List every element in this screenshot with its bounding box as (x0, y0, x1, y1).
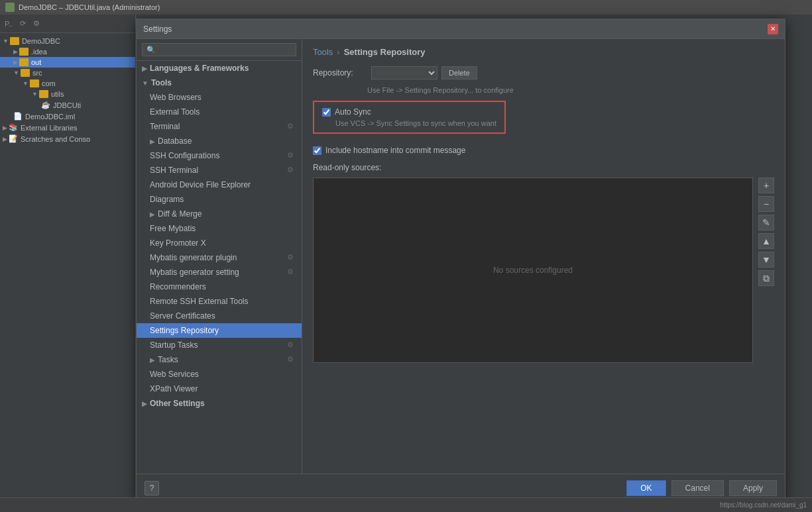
tree-item-recommenders[interactable]: Recommenders (137, 280, 302, 294)
database-expand-arrow: ▶ (150, 138, 155, 145)
settings-content-panel: Tools › Settings Repository Repository: … (302, 39, 785, 474)
breadcrumb-parent: Tools (313, 47, 333, 57)
tree-item-tasks[interactable]: ▶ Tasks ⚙ (137, 352, 302, 367)
expand-arrow-languages: ▶ (142, 65, 147, 72)
section-languages-frameworks[interactable]: ▶ Languages & Frameworks (137, 61, 302, 76)
diff-merge-arrow: ▶ (150, 211, 155, 218)
startup-tasks-icon: ⚙ (287, 340, 296, 350)
tree-item-startup-tasks[interactable]: Startup Tasks ⚙ (137, 338, 302, 352)
pt-idea[interactable]: ▶ .idea (0, 46, 135, 57)
dialog-titlebar: Settings ✕ (137, 19, 785, 39)
include-hostname-row: Include hostname into commit message (313, 146, 774, 155)
mybatis-plugin-icon: ⚙ (287, 253, 296, 262)
repository-row: Repository: Delete (313, 66, 774, 79)
tree-item-ssh-terminal[interactable]: SSH Terminal ⚙ (137, 163, 302, 178)
auto-sync-checkbox[interactable] (322, 108, 331, 117)
breadcrumb-separator: › (337, 47, 339, 57)
include-hostname-checkbox[interactable] (313, 146, 321, 155)
pt-external-libs[interactable]: ▶ 📚 External Libraries (0, 122, 135, 133)
sources-actions: + − ✎ ▲ ▼ ⧉ (758, 178, 774, 363)
ide-left-panel: P.. ⟳ ⚙ ▼ DemoJDBC ▶ .idea ▶ out ▼ src ▼… (0, 15, 136, 512)
repository-label: Repository: (313, 68, 366, 77)
tree-item-web-browsers[interactable]: Web Browsers (137, 90, 302, 105)
pt-com[interactable]: ▼ com (0, 78, 135, 89)
ide-toolbar: P.. ⟳ ⚙ (0, 15, 135, 33)
ok-button[interactable]: OK (626, 480, 666, 496)
help-button[interactable]: ? (145, 481, 159, 495)
readonly-sources-label: Read-only sources: (313, 163, 774, 172)
tree-item-android-device[interactable]: Android Device File Explorer (137, 178, 302, 192)
move-down-button[interactable]: ▼ (758, 252, 774, 268)
pt-src[interactable]: ▼ src (0, 68, 135, 78)
cancel-button[interactable]: Cancel (671, 480, 724, 496)
breadcrumb-current: Settings Repository (344, 47, 426, 57)
breadcrumb: Tools › Settings Repository (313, 47, 774, 57)
tasks-arrow: ▶ (150, 356, 155, 364)
tree-item-diff-merge[interactable]: ▶ Diff & Merge (137, 207, 302, 221)
toolbar-btn-2[interactable]: ⟳ (17, 18, 29, 30)
tree-item-xpath-viewer[interactable]: XPath Viewer (137, 382, 302, 396)
ide-titlebar: DemoJDBC – JDBCUtil.java (Administrator) (0, 0, 812, 15)
settings-tree-panel: ▶ Languages & Frameworks ▼ Tools Web Bro… (137, 39, 302, 474)
apply-button[interactable]: Apply (729, 480, 777, 496)
auto-sync-label: Auto Sync (335, 107, 371, 117)
tree-item-mybatis-plugin[interactable]: Mybatis generator plugin ⚙ (137, 250, 302, 265)
tree-item-database[interactable]: ▶ Database (137, 134, 302, 148)
move-up-button[interactable]: ▲ (758, 233, 774, 249)
no-sources-text: No sources configured (493, 266, 573, 275)
tree-search-input[interactable] (142, 43, 296, 56)
pt-iml[interactable]: 📄 DemoJDBC.iml (0, 111, 135, 122)
include-hostname-label: Include hostname into commit message (325, 146, 465, 155)
tree-item-external-tools[interactable]: External Tools (137, 105, 302, 119)
mybatis-setting-icon: ⚙ (287, 268, 296, 277)
configure-hint: Use File -> Settings Repository... to co… (367, 86, 774, 94)
project-tree: ▼ DemoJDBC ▶ .idea ▶ out ▼ src ▼ com ▼ u… (0, 33, 135, 147)
pt-out[interactable]: ▶ out (0, 57, 135, 68)
pt-scratches[interactable]: ▶ 📝 Scratches and Conso (0, 133, 135, 144)
auto-sync-row: Auto Sync (322, 107, 496, 117)
settings-dialog: Settings ✕ ▶ Languages & Frameworks ▼ To… (136, 19, 785, 502)
toolbar-btn-3[interactable]: ⚙ (30, 18, 42, 30)
tree-item-ssh-configurations[interactable]: SSH Configurations ⚙ (137, 148, 302, 163)
ssh-config-icon: ⚙ (287, 151, 296, 160)
section-other-settings[interactable]: ▶ Other Settings (137, 396, 302, 411)
pt-jdbc-util[interactable]: ☕ JDBCUti (0, 99, 135, 111)
sources-list: No sources configured (313, 178, 753, 363)
delete-button[interactable]: Delete (441, 66, 477, 79)
auto-sync-section: Auto Sync Use VCS -> Sync Settings to sy… (313, 101, 506, 134)
statusbar-url: https://blog.csdn.net/dami_g1 (720, 501, 807, 509)
section-tools[interactable]: ▼ Tools (137, 76, 302, 90)
tree-item-key-promoter[interactable]: Key Promoter X (137, 236, 302, 250)
tree-item-terminal[interactable]: Terminal ⚙ (137, 119, 302, 134)
ide-icon (5, 3, 15, 12)
tree-item-free-mybatis[interactable]: Free Mybatis (137, 221, 302, 236)
tree-item-web-services[interactable]: Web Services (137, 367, 302, 382)
dialog-title: Settings (143, 25, 172, 34)
tree-item-mybatis-setting[interactable]: Mybatis generator setting ⚙ (137, 265, 302, 280)
expand-arrow-other: ▶ (142, 400, 147, 407)
ide-title: DemoJDBC – JDBCUtil.java (Administrator) (19, 3, 160, 11)
tree-search-area (137, 39, 302, 61)
pt-root[interactable]: ▼ DemoJDBC (0, 36, 135, 46)
tree-item-remote-ssh[interactable]: Remote SSH External Tools (137, 294, 302, 309)
auto-sync-hint: Use VCS -> Sync Settings to sync when yo… (335, 119, 496, 127)
terminal-config-icon: ⚙ (287, 122, 296, 131)
tree-item-settings-repository[interactable]: Settings Repository (137, 323, 302, 338)
edit-source-button[interactable]: ✎ (758, 215, 774, 230)
toolbar-btn-1[interactable]: P.. (3, 18, 15, 30)
add-source-button[interactable]: + (758, 178, 774, 193)
tasks-icon: ⚙ (287, 355, 296, 364)
tree-item-diagrams[interactable]: Diagrams (137, 192, 302, 207)
sources-panel: No sources configured + − ✎ ▲ ▼ ⧉ (313, 178, 774, 363)
pt-utils[interactable]: ▼ utils (0, 89, 135, 99)
dialog-body: ▶ Languages & Frameworks ▼ Tools Web Bro… (137, 39, 785, 474)
ide-statusbar: https://blog.csdn.net/dami_g1 (0, 497, 812, 512)
expand-arrow-tools: ▼ (142, 79, 148, 87)
copy-source-button[interactable]: ⧉ (758, 270, 774, 286)
repository-select[interactable] (371, 66, 437, 79)
remove-source-button[interactable]: − (758, 196, 774, 212)
tree-item-server-certificates[interactable]: Server Certificates (137, 309, 302, 323)
ssh-terminal-icon: ⚙ (287, 166, 296, 175)
dialog-close-button[interactable]: ✕ (768, 24, 778, 34)
